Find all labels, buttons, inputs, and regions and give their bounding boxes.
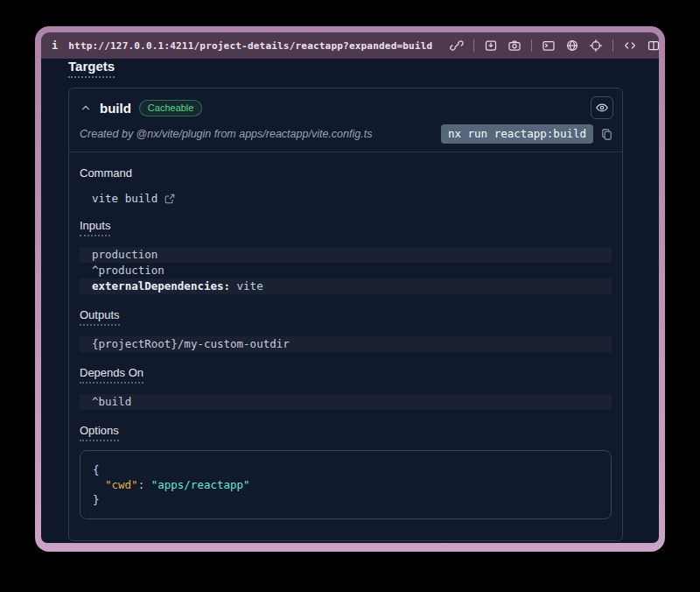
target-card-build: build Cacheable Created by @nx/vite/plug… xyxy=(68,88,623,541)
inputs-list: production ^production externalDependenc… xyxy=(80,247,612,294)
json-cwd-line: "cwd": "apps/reactapp" xyxy=(93,477,598,492)
section-title-options: Options xyxy=(80,424,612,441)
browser-toolbar: i http://127.0.0.1:4211/project-details/… xyxy=(41,32,659,59)
input-key: externalDependencies: xyxy=(92,279,230,292)
eye-icon xyxy=(595,101,609,115)
targets-heading: Targets xyxy=(68,59,115,78)
created-by-text: Created by @nx/vite/plugin from apps/rea… xyxy=(80,128,434,140)
json-key: "cwd" xyxy=(105,478,138,491)
info-icon: i xyxy=(52,39,58,52)
list-item: {projectRoot}/my-custom-outdir xyxy=(80,336,612,352)
toolbar-separator xyxy=(612,39,613,52)
command-value: vite build xyxy=(92,192,158,205)
build-card-header[interactable]: build Cacheable xyxy=(69,88,622,121)
run-command-chip[interactable]: nx run reactapp:build xyxy=(441,124,593,144)
copy-button[interactable] xyxy=(600,128,613,141)
camera-icon[interactable] xyxy=(508,39,522,53)
json-value: "apps/reactapp" xyxy=(151,478,250,491)
section-title-outputs: Outputs xyxy=(80,308,612,326)
created-by-row: Created by @nx/vite/plugin from apps/rea… xyxy=(69,121,622,152)
url-bar[interactable]: http://127.0.0.1:4211/project-details/re… xyxy=(68,40,432,52)
command-value-row: vite build xyxy=(92,192,612,205)
toolbar-separator xyxy=(473,39,474,52)
json-colon: : xyxy=(138,478,151,491)
options-json-box: { "cwd": "apps/reactapp" } xyxy=(80,450,612,519)
json-close-brace: } xyxy=(93,492,598,507)
browser-window: i http://127.0.0.1:4211/project-details/… xyxy=(35,26,665,552)
screenshot-save-icon[interactable] xyxy=(484,39,498,53)
toolbar-separator xyxy=(531,39,532,52)
code-icon[interactable] xyxy=(623,39,637,53)
list-item: ^build xyxy=(80,394,612,410)
external-link-icon[interactable] xyxy=(164,193,176,205)
split-panel-icon[interactable] xyxy=(647,39,661,53)
input-value: vite xyxy=(230,279,263,292)
section-title-inputs: Inputs xyxy=(80,219,612,236)
outputs-list: {projectRoot}/my-custom-outdir xyxy=(80,336,612,352)
chevron-up-icon[interactable] xyxy=(80,102,92,114)
list-item: production xyxy=(80,247,612,263)
json-open-brace: { xyxy=(93,462,598,477)
view-graph-button[interactable] xyxy=(591,96,613,119)
clipboard-icon xyxy=(600,128,613,141)
section-title-command: Command xyxy=(80,166,612,180)
terminal-icon[interactable] xyxy=(542,39,556,53)
depends-on-list: ^build xyxy=(80,394,612,410)
globe-icon[interactable] xyxy=(565,39,579,53)
project-details-page: Targets build Cacheable Created by @nx/v… xyxy=(41,59,659,543)
list-item: ^production xyxy=(80,263,612,278)
target-name: build xyxy=(100,101,131,116)
section-title-depends-on: Depends On xyxy=(80,366,612,384)
list-item: externalDependencies: vite xyxy=(80,278,612,294)
link-icon[interactable] xyxy=(450,39,464,53)
crosshair-icon[interactable] xyxy=(589,39,603,53)
cacheable-badge: Cacheable xyxy=(139,100,203,116)
